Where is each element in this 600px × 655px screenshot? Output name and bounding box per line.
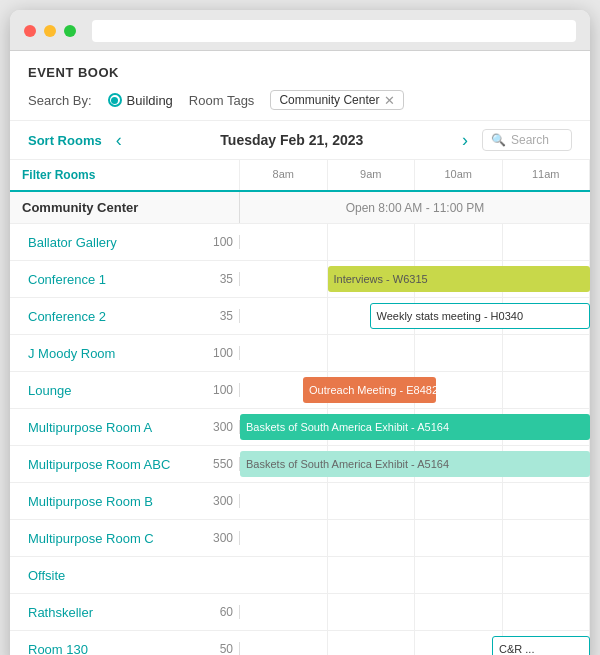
room-name-conference2[interactable]: Conference 2: [10, 301, 205, 332]
filter-rooms-header[interactable]: Filter Rooms: [10, 160, 240, 190]
time-10am: 10am: [415, 160, 503, 190]
seg: [503, 594, 591, 630]
event-interviews[interactable]: Interviews - W6315: [328, 266, 591, 292]
table-row: Conference 2 35 Weekly stats meeting - H…: [10, 298, 590, 335]
prev-date-button[interactable]: ‹: [112, 130, 126, 151]
room-name-ballator[interactable]: Ballator Gallery: [10, 227, 205, 258]
seg: [240, 594, 328, 630]
search-icon: 🔍: [491, 133, 506, 147]
seg: [328, 520, 416, 556]
seg: [503, 335, 591, 371]
room-name-multi-b[interactable]: Multipurpose Room B: [10, 486, 205, 517]
app-title: EVENT BOOK: [28, 65, 572, 80]
seg: [240, 298, 328, 334]
seg: [415, 520, 503, 556]
close-dot[interactable]: [24, 25, 36, 37]
minimize-dot[interactable]: [44, 25, 56, 37]
room-name-rathskeller[interactable]: Rathskeller: [10, 597, 205, 628]
seg: [415, 557, 503, 593]
room-cap-conference2: 35: [205, 309, 240, 323]
room-name-conference1[interactable]: Conference 1: [10, 264, 205, 295]
room-name-jmoody[interactable]: J Moody Room: [10, 338, 205, 369]
seg: [328, 335, 416, 371]
room-cap-room130: 50: [205, 642, 240, 655]
seg: [503, 483, 591, 519]
sort-rooms-button[interactable]: Sort Rooms: [28, 133, 102, 148]
building-name: Community Center: [10, 192, 240, 223]
room-timeline-conference2: Weekly stats meeting - H0340: [240, 298, 590, 334]
calendar-body: Community Center Open 8:00 AM - 11:00 PM…: [10, 192, 590, 655]
seg: [240, 557, 328, 593]
room-timeline-offsite: [240, 557, 590, 593]
building-hours: Open 8:00 AM - 11:00 PM: [240, 193, 590, 223]
filter-tag: Community Center ✕: [270, 90, 404, 110]
filter-tag-close[interactable]: ✕: [384, 94, 395, 107]
seg: [240, 631, 328, 655]
room-name-room130[interactable]: Room 130: [10, 634, 205, 656]
event-outreach[interactable]: Outreach Meeting - E8482: [303, 377, 436, 403]
table-row: Offsite: [10, 557, 590, 594]
event-baskets-a[interactable]: Baskets of South America Exhibit - A5164: [240, 414, 590, 440]
building-row: Community Center Open 8:00 AM - 11:00 PM: [10, 192, 590, 224]
table-row: J Moody Room 100: [10, 335, 590, 372]
room-cap-multi-c: 300: [205, 531, 240, 545]
time-11am: 11am: [503, 160, 591, 190]
room-cap-lounge: 100: [205, 383, 240, 397]
seg: [328, 594, 416, 630]
room-name-multi-abc[interactable]: Multipurpose Room ABC: [10, 449, 205, 480]
event-weekly-stats[interactable]: Weekly stats meeting - H0340: [370, 303, 591, 329]
event-cr[interactable]: C&R ...: [492, 636, 590, 655]
seg: [503, 557, 591, 593]
seg: [415, 631, 503, 655]
room-timeline-multi-b: [240, 483, 590, 519]
room-timeline-multi-abc: Baskets of South America Exhibit - A5164: [240, 446, 590, 482]
seg: [415, 224, 503, 260]
room-name-lounge[interactable]: Lounge: [10, 375, 205, 406]
search-placeholder: Search: [511, 133, 549, 147]
room-cap-conference1: 35: [205, 272, 240, 286]
room-timeline-multi-c: [240, 520, 590, 556]
seg: [415, 483, 503, 519]
search-box[interactable]: 🔍 Search: [482, 129, 572, 151]
seg: [503, 372, 591, 408]
app-content: EVENT BOOK Search By: Building Room Tags…: [10, 51, 590, 655]
titlebar: [10, 10, 590, 51]
room-tags-label[interactable]: Room Tags: [189, 93, 255, 108]
room-timeline-ballator: [240, 224, 590, 260]
room-cap-ballator: 100: [205, 235, 240, 249]
seg: [415, 594, 503, 630]
room-timeline-jmoody: [240, 335, 590, 371]
room-name-offsite[interactable]: Offsite: [10, 560, 205, 591]
table-row: Multipurpose Room C 300: [10, 520, 590, 557]
date-label: Tuesday Feb 21, 2023: [136, 132, 448, 148]
next-date-button[interactable]: ›: [458, 130, 472, 151]
maximize-dot[interactable]: [64, 25, 76, 37]
seg: [503, 520, 591, 556]
calendar-header: Filter Rooms 8am 9am 10am 11am: [10, 160, 590, 192]
seg: [240, 520, 328, 556]
room-cap-rathskeller: 60: [205, 605, 240, 619]
room-name-multi-c[interactable]: Multipurpose Room C: [10, 523, 205, 554]
seg: [328, 483, 416, 519]
building-label: Building: [127, 93, 173, 108]
table-row: Conference 1 35 Interviews - W6315: [10, 261, 590, 298]
event-baskets-abc[interactable]: Baskets of South America Exhibit - A5164: [240, 451, 590, 477]
time-headers: 8am 9am 10am 11am: [240, 160, 590, 190]
room-timeline-multi-a: Baskets of South America Exhibit - A5164: [240, 409, 590, 445]
search-by-label: Search By:: [28, 93, 92, 108]
url-bar: [92, 20, 576, 42]
building-radio-dot[interactable]: [108, 93, 122, 107]
calendar-container: Filter Rooms 8am 9am 10am 11am Community…: [10, 160, 590, 655]
table-row: Rathskeller 60: [10, 594, 590, 631]
room-timeline-rathskeller: [240, 594, 590, 630]
seg: [240, 261, 328, 297]
room-cap-multi-a: 300: [205, 420, 240, 434]
building-radio-option[interactable]: Building: [108, 93, 173, 108]
seg: [240, 483, 328, 519]
app-window: EVENT BOOK Search By: Building Room Tags…: [10, 10, 590, 655]
room-name-multi-a[interactable]: Multipurpose Room A: [10, 412, 205, 443]
app-header: EVENT BOOK Search By: Building Room Tags…: [10, 51, 590, 121]
seg: [503, 224, 591, 260]
table-row: Multipurpose Room A 300 Baskets of South…: [10, 409, 590, 446]
room-timeline-lounge: Outreach Meeting - E8482: [240, 372, 590, 408]
